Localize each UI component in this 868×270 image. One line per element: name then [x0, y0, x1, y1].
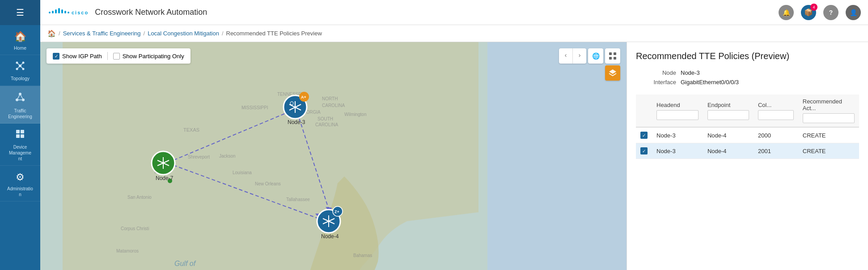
breadcrumb-link-services[interactable]: Services & Traffic Engineering	[63, 30, 141, 37]
map-area: Gulf of Mexico TEXAS MISSISSIPPI TENNESS…	[40, 42, 627, 270]
table-row[interactable]: ✓ Node-3 Node-4 2001 CREATE	[636, 143, 859, 159]
svg-text:Node-7: Node-7	[156, 175, 174, 181]
question-icon: ?	[829, 9, 833, 16]
main-content: Gulf of Mexico TEXAS MISSISSIPPI TENNESS…	[40, 42, 868, 270]
home-icon: 🏠	[14, 30, 26, 43]
topology-view-button[interactable]	[605, 48, 620, 64]
breadcrumb: 🏠 / Services & Traffic Engineering / Loc…	[40, 25, 868, 42]
map-nav-next[interactable]: ›	[573, 48, 586, 62]
svg-rect-25	[68, 12, 69, 13]
help-button[interactable]: ?	[823, 5, 838, 20]
notification-button[interactable]: 🔔	[779, 5, 794, 20]
policy-table-body: ✓ Node-3 Node-4 2000 CREATE ✓ Node-3 Nod…	[636, 127, 859, 159]
row-check-cell: ✓	[636, 143, 652, 159]
app-title: Crosswork Network Automation	[95, 8, 779, 17]
notification-badge: 4	[810, 4, 817, 11]
topology-icon	[15, 60, 25, 74]
topbar-icons: 🔔 📦 4 ? 👤	[779, 5, 861, 20]
topbar: cisco Crosswork Network Automation 🔔 📦 4…	[40, 0, 868, 25]
interface-info-row: Interface GigabitEthernet0/0/0/3	[636, 79, 859, 86]
action-filter[interactable]	[803, 113, 855, 123]
svg-line-6	[20, 63, 23, 66]
device-mgmt-icon	[15, 129, 25, 142]
row-checkbox[interactable]: ✓	[640, 132, 648, 139]
show-igp-path-label[interactable]: ✓ Show IGP Path	[53, 53, 102, 60]
breadcrumb-current: Recommended TTE Policies Preview	[226, 30, 322, 37]
right-panel: Recommended TTE Policies (Preview) Node …	[627, 42, 868, 270]
map-nav-prev[interactable]: ‹	[559, 48, 572, 62]
row-check-cell: ✓	[636, 127, 652, 143]
svg-text:New Orleans: New Orleans	[255, 181, 281, 186]
col-filter[interactable]	[758, 110, 794, 120]
interface-label: Interface	[636, 79, 676, 86]
panel-title: Recommended TTE Policies (Preview)	[636, 51, 859, 61]
map-nav-buttons: ‹ ›	[559, 48, 586, 64]
row-action: CREATE	[798, 143, 859, 159]
svg-line-8	[20, 66, 23, 69]
interface-value: GigabitEthernet0/0/0/3	[681, 79, 739, 86]
svg-rect-22	[52, 11, 54, 13]
traffic-engineering-icon	[14, 91, 26, 107]
svg-text:Louisiana: Louisiana	[233, 170, 252, 175]
breadcrumb-home[interactable]: 🏠	[47, 30, 56, 38]
table-row[interactable]: ✓ Node-3 Node-4 2000 CREATE	[636, 127, 859, 143]
svg-text:SOUTH: SOUTH	[318, 116, 333, 121]
map-top-right-controls: ‹ › 🌐	[559, 48, 620, 81]
svg-rect-78	[614, 57, 616, 60]
cisco-logo-svg	[47, 6, 71, 19]
user-button[interactable]: 👤	[846, 5, 861, 20]
sidebar-item-label-topology: Topology	[11, 76, 30, 82]
svg-text:Tallahassee: Tallahassee	[286, 197, 310, 202]
show-igp-path-checkbox[interactable]: ✓	[53, 53, 59, 60]
map-view-buttons: ‹ › 🌐	[559, 48, 620, 64]
svg-text:Z+: Z+	[334, 210, 339, 214]
sidebar-item-topology[interactable]: Topology	[0, 55, 40, 86]
col-header-headend: Headend	[652, 94, 703, 127]
endpoint-filter[interactable]	[707, 110, 749, 120]
svg-text:A+: A+	[301, 95, 306, 99]
controls-separator	[107, 52, 108, 60]
breadcrumb-sep-3: /	[222, 30, 224, 37]
row-headend: Node-3	[652, 143, 703, 159]
layers-button[interactable]	[605, 65, 620, 81]
svg-rect-15	[16, 130, 20, 133]
cisco-logo: cisco	[47, 6, 89, 19]
sidebar-item-label-te: TrafficEngineering	[8, 108, 32, 120]
svg-text:MISSISSIPPI: MISSISSIPPI	[241, 105, 268, 110]
row-endpoint: Node-4	[703, 143, 754, 159]
headend-filter[interactable]	[656, 110, 699, 120]
svg-text:Node-4: Node-4	[321, 233, 339, 240]
show-participating-only-text: Show Participating Only	[123, 53, 184, 60]
svg-rect-16	[21, 130, 24, 133]
svg-text:San Antonio: San Antonio	[127, 195, 152, 200]
user-icon: 👤	[850, 9, 857, 16]
sidebar-item-administration[interactable]: ⚙ Administration	[0, 166, 40, 201]
show-participating-only-checkbox[interactable]	[113, 53, 120, 60]
node-label: Node	[636, 69, 676, 76]
col-header-check	[636, 94, 652, 127]
svg-text:Corpus Christi: Corpus Christi	[121, 226, 149, 231]
svg-rect-17	[16, 134, 20, 138]
show-participating-only-label[interactable]: Show Participating Only	[113, 53, 184, 60]
svg-text:Node-3: Node-3	[288, 119, 305, 125]
sidebar-item-traffic-engineering[interactable]: TrafficEngineering	[0, 86, 40, 124]
show-igp-path-text: Show IGP Path	[62, 53, 102, 60]
sidebar-item-label-admin: Administration	[7, 186, 33, 197]
sidebar-menu-button[interactable]: ☰	[0, 0, 40, 25]
svg-rect-23	[64, 11, 66, 13]
sidebar-item-home[interactable]: 🏠 Home	[0, 25, 40, 55]
svg-line-5	[17, 63, 20, 66]
breadcrumb-link-lcm[interactable]: Local Congestion Mitigation	[148, 30, 219, 37]
admin-icon: ⚙	[16, 171, 25, 184]
globe-view-button[interactable]: 🌐	[588, 48, 603, 64]
package-button[interactable]: 📦 4	[801, 5, 816, 20]
bell-icon: 🔔	[783, 9, 790, 16]
svg-text:NORTH: NORTH	[322, 96, 338, 101]
svg-rect-20	[55, 9, 57, 13]
svg-text:CAROLINA: CAROLINA	[315, 122, 338, 127]
svg-rect-75	[609, 52, 612, 55]
svg-rect-19	[58, 8, 60, 13]
row-col: 2001	[754, 143, 798, 159]
row-checkbox[interactable]: ✓	[640, 147, 648, 154]
sidebar-item-device-management[interactable]: DeviceManagement	[0, 124, 40, 166]
